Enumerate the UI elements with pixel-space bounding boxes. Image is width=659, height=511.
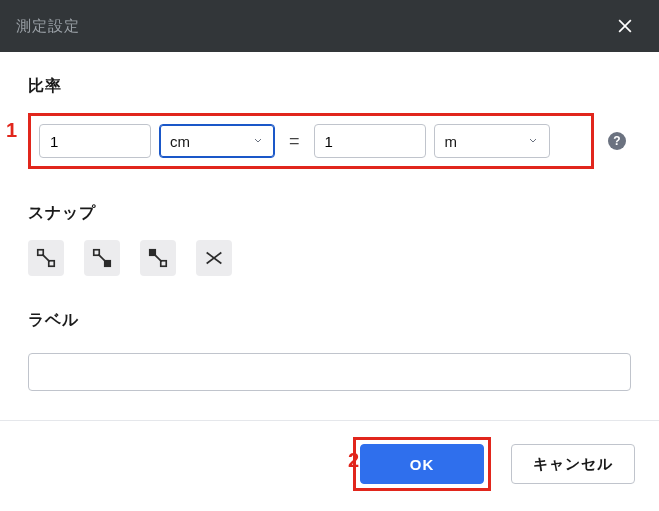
chevron-down-icon bbox=[527, 133, 539, 150]
snap-nearest-icon bbox=[147, 247, 169, 269]
snap-intersection-button[interactable] bbox=[196, 240, 232, 276]
svg-line-4 bbox=[42, 254, 49, 261]
snap-midpoint-button[interactable] bbox=[84, 240, 120, 276]
ratio-left-unit-select[interactable]: cm bbox=[159, 124, 275, 158]
dialog-body: 比率 1 cm = m ? スナップ bbox=[0, 52, 659, 420]
snap-section-label: スナップ bbox=[28, 203, 631, 224]
measurement-settings-dialog: 測定設定 比率 1 cm = m ? スナップ bbox=[0, 0, 659, 511]
dialog-title: 測定設定 bbox=[16, 17, 607, 36]
svg-line-10 bbox=[154, 254, 161, 261]
snap-nearest-button[interactable] bbox=[140, 240, 176, 276]
snap-endpoint-button[interactable] bbox=[28, 240, 64, 276]
ok-button[interactable]: OK bbox=[360, 444, 484, 484]
equals-sign: = bbox=[283, 131, 306, 152]
ratio-right-unit-select[interactable]: m bbox=[434, 124, 550, 158]
titlebar: 測定設定 bbox=[0, 0, 659, 52]
label-input[interactable] bbox=[28, 353, 631, 391]
chevron-down-icon bbox=[252, 133, 264, 150]
ratio-left-unit-value: cm bbox=[170, 133, 190, 150]
ok-annotation-box: OK bbox=[353, 437, 491, 491]
ratio-section-label: 比率 bbox=[28, 76, 631, 97]
svg-line-7 bbox=[98, 254, 105, 261]
close-icon bbox=[615, 16, 635, 36]
ratio-controls: cm = m bbox=[28, 113, 594, 169]
annotation-1: 1 bbox=[6, 119, 17, 142]
help-icon[interactable]: ? bbox=[608, 132, 626, 150]
dialog-footer: 2 OK キャンセル bbox=[0, 420, 659, 511]
snap-buttons bbox=[28, 240, 631, 276]
label-section-label: ラベル bbox=[28, 310, 631, 331]
ratio-right-unit-value: m bbox=[445, 133, 458, 150]
cancel-button[interactable]: キャンセル bbox=[511, 444, 635, 484]
ratio-left-value-input[interactable] bbox=[39, 124, 151, 158]
snap-intersection-icon bbox=[203, 247, 225, 269]
ratio-row: 1 cm = m ? bbox=[28, 113, 631, 169]
snap-endpoint-icon bbox=[35, 247, 57, 269]
snap-midpoint-icon bbox=[91, 247, 113, 269]
annotation-2: 2 bbox=[348, 449, 359, 472]
close-button[interactable] bbox=[607, 8, 643, 44]
ratio-right-value-input[interactable] bbox=[314, 124, 426, 158]
